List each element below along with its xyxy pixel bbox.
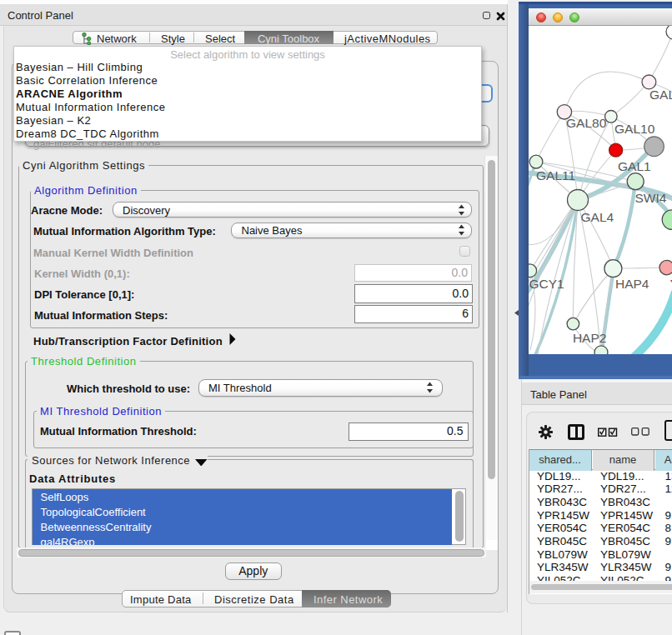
svg-text:GAL7: GAL7 [649,88,672,102]
svg-text:SWI4: SWI4 [635,191,667,205]
svg-text:HAP4: HAP4 [615,277,649,291]
svg-text:GAL4: GAL4 [581,210,614,224]
svg-text:GAL10: GAL10 [614,122,655,136]
svg-text:GAL1: GAL1 [618,159,651,173]
svg-text:GCY1: GCY1 [529,277,564,291]
svg-text:GAL11: GAL11 [536,168,575,182]
svg-text:HAP2: HAP2 [573,331,607,345]
svg-text:GAL80: GAL80 [566,116,607,130]
